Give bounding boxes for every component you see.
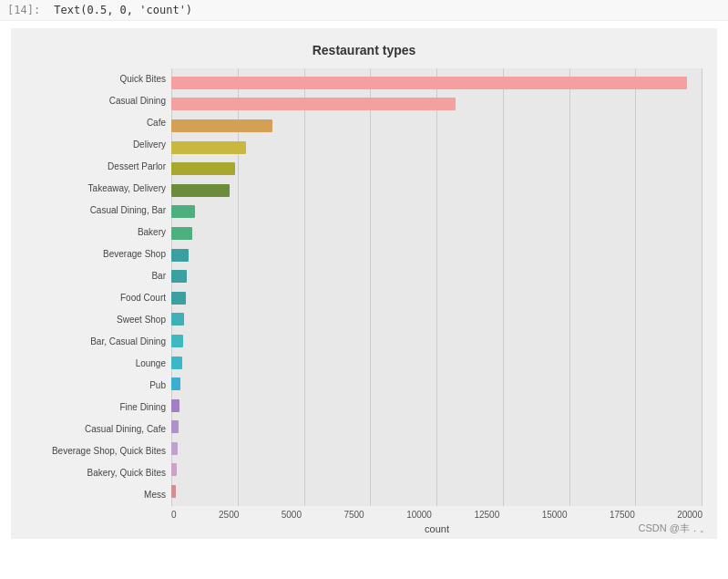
x-tick-label: 7500 — [343, 510, 364, 520]
bar — [171, 249, 189, 262]
y-axis-label: Bar, Casual Dining — [26, 337, 166, 346]
watermark: CSDN @丰．。 — [639, 522, 710, 535]
bars-area — [171, 68, 702, 506]
code-output-bar: [14]: Text(0.5, 0, 'count') — [0, 0, 728, 21]
bar — [171, 98, 456, 110]
bar-row — [171, 355, 702, 371]
y-axis-label: Casual Dining — [26, 97, 166, 106]
y-axis-label: Bakery, Quick Bites — [26, 469, 166, 478]
bar-row — [171, 225, 702, 242]
y-axis-label: Mess — [26, 491, 166, 500]
bar — [171, 119, 272, 132]
bar-row — [171, 96, 702, 112]
y-axis-label: Lounge — [26, 359, 166, 368]
chart-container: Restaurant types Quick BitesCasual Dinin… — [11, 28, 717, 539]
x-tick-label: 10000 — [406, 510, 432, 520]
x-tick-label: 17500 — [610, 510, 635, 520]
bar — [171, 463, 177, 476]
x-tick-label: 2500 — [219, 510, 239, 520]
bar-row — [171, 182, 702, 199]
code-snippet: Text(0.5, 0, 'count') — [54, 4, 192, 16]
x-tick-label: 0 — [171, 510, 177, 520]
bar-row — [171, 376, 702, 392]
y-axis-label: Food Court — [26, 294, 166, 303]
bar-row — [171, 398, 702, 414]
bar-row — [171, 268, 702, 284]
x-tick-label: 12500 — [474, 510, 499, 520]
line-number: [14]: — [7, 4, 40, 16]
bar-row — [171, 440, 702, 457]
bar — [171, 227, 192, 240]
y-axis-label: Takeaway, Delivery — [26, 184, 166, 193]
y-axis-label: Bar — [26, 272, 166, 281]
bar — [171, 205, 195, 218]
bar — [171, 141, 246, 154]
bar-row — [171, 203, 702, 220]
bar — [171, 292, 186, 305]
bar-row — [171, 311, 702, 327]
bar — [171, 162, 235, 175]
bar-row — [171, 160, 702, 177]
y-axis-label: Casual Dining, Cafe — [26, 425, 166, 434]
bar — [171, 442, 178, 455]
bar-row — [171, 247, 702, 264]
bar-row — [171, 419, 702, 435]
bar — [171, 357, 182, 369]
y-axis-label: Cafe — [26, 119, 166, 128]
bar-row — [171, 483, 702, 500]
bar — [171, 270, 187, 283]
x-tick-label: 15000 — [542, 510, 568, 520]
y-axis-label: Pub — [26, 381, 166, 390]
bar — [171, 420, 179, 433]
bar — [171, 335, 183, 347]
bar — [171, 313, 184, 326]
y-axis-label: Fine Dining — [26, 403, 166, 412]
y-axis-label: Dessert Parlor — [26, 162, 166, 171]
y-axis-label: Beverage Shop, Quick Bites — [26, 447, 166, 456]
bar-row — [171, 140, 702, 156]
bar — [171, 485, 176, 498]
bar — [171, 399, 179, 412]
y-axis-label: Quick Bites — [26, 75, 166, 84]
bar — [171, 184, 230, 197]
y-axis-label: Sweet Shop — [26, 315, 166, 325]
bar-row — [171, 461, 702, 478]
y-axis-label: Delivery — [26, 140, 166, 150]
y-axis-labels: Quick BitesCasual DiningCafeDeliveryDess… — [26, 68, 171, 506]
y-axis-label: Beverage Shop — [26, 250, 166, 259]
x-tick-label: 5000 — [282, 510, 302, 520]
bar — [171, 77, 687, 89]
chart-title: Restaurant types — [26, 43, 702, 57]
x-axis-label: count — [171, 523, 702, 534]
x-tick-label: 20000 — [677, 510, 702, 520]
bar-row — [171, 290, 702, 306]
y-axis-label: Casual Dining, Bar — [26, 206, 166, 215]
bar-row — [171, 118, 702, 134]
y-axis-label: Bakery — [26, 228, 166, 237]
bars-wrapper — [171, 68, 702, 506]
bar-row — [171, 333, 702, 349]
bar-row — [171, 75, 702, 91]
bar — [171, 377, 180, 390]
